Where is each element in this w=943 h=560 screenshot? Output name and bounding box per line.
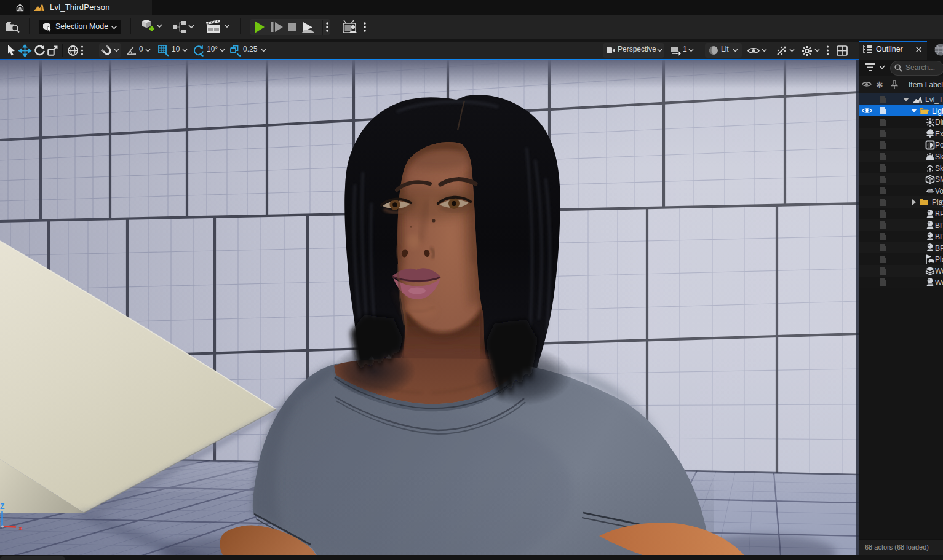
svg-text:x: x <box>18 524 23 532</box>
svg-text:Z: Z <box>0 502 4 511</box>
